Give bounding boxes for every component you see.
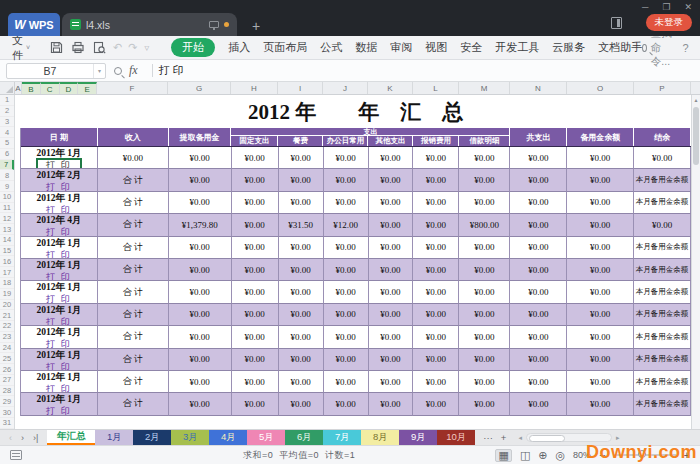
print-preview-button[interactable] bbox=[93, 41, 106, 55]
value-cell[interactable]: ¥0.00 bbox=[232, 214, 279, 236]
row-header-24[interactable]: 24 bbox=[0, 343, 14, 354]
ribbon-tab-页面布局[interactable]: 页面布局 bbox=[263, 40, 307, 55]
formula-input[interactable]: 打 印 bbox=[159, 63, 184, 78]
value-cell[interactable]: ¥0.00 bbox=[459, 281, 510, 303]
value-cell[interactable]: ¥0.00 bbox=[324, 371, 369, 393]
value-cell[interactable]: ¥0.00 bbox=[413, 393, 459, 415]
value-cell[interactable]: 本月备用金余额 bbox=[634, 192, 691, 214]
row-header-23[interactable]: 23 bbox=[0, 332, 14, 343]
row-header-29[interactable]: 29 bbox=[0, 396, 14, 407]
value-cell[interactable]: ¥0.00 bbox=[324, 169, 369, 191]
ribbon-tab-开发工具[interactable]: 开发工具 bbox=[495, 40, 539, 55]
row-header-26[interactable]: 26 bbox=[0, 364, 14, 375]
value-cell[interactable]: 合 计 bbox=[98, 326, 169, 348]
value-cell[interactable]: ¥800.00 bbox=[459, 214, 510, 236]
value-cell[interactable]: ¥0.00 bbox=[413, 259, 459, 281]
date-cell[interactable]: 2012年 1月打 印 bbox=[21, 259, 98, 281]
value-cell[interactable]: ¥0.00 bbox=[510, 169, 567, 191]
value-cell[interactable]: ¥0.00 bbox=[98, 147, 169, 169]
sheet-tab-8月[interactable]: 8月 bbox=[361, 430, 399, 445]
row-header-3[interactable]: 3 bbox=[0, 117, 14, 128]
insert-function-icon[interactable]: fx bbox=[129, 63, 138, 78]
value-cell[interactable]: ¥0.00 bbox=[169, 281, 232, 303]
row-header-18[interactable]: 18 bbox=[0, 278, 14, 289]
value-cell[interactable]: ¥0.00 bbox=[510, 326, 567, 348]
ribbon-tab-审阅[interactable]: 审阅 bbox=[390, 40, 412, 55]
name-box-chevron-icon[interactable]: ▾ bbox=[93, 64, 105, 78]
name-box[interactable]: B7 ▾ bbox=[6, 63, 106, 79]
sheet-tab-10月[interactable]: 10月 bbox=[437, 430, 475, 445]
value-cell[interactable]: 本月备用金余额 bbox=[634, 237, 691, 259]
value-cell[interactable]: ¥0.00 bbox=[369, 237, 414, 259]
file-menu-chevron-icon[interactable]: ˅ bbox=[26, 44, 30, 51]
print-link[interactable]: 打 印 bbox=[46, 182, 72, 191]
value-cell[interactable]: 本月备用金余额 bbox=[634, 169, 691, 191]
row-header-31[interactable]: 31 bbox=[0, 418, 14, 429]
value-cell[interactable]: ¥0.00 bbox=[567, 192, 634, 214]
value-cell[interactable]: ¥0.00 bbox=[324, 147, 369, 169]
value-cell[interactable]: ¥0.00 bbox=[279, 371, 324, 393]
value-cell[interactable]: ¥0.00 bbox=[369, 304, 414, 326]
row-header-17[interactable]: 17 bbox=[0, 267, 14, 278]
value-cell[interactable]: ¥0.00 bbox=[413, 349, 459, 371]
row-header-10[interactable]: 10 bbox=[0, 192, 14, 203]
date-cell[interactable]: 2012年 2月打 印 bbox=[21, 169, 98, 191]
column-header-G[interactable]: G bbox=[168, 82, 231, 94]
value-cell[interactable]: ¥0.00 bbox=[324, 192, 369, 214]
row-header-14[interactable]: 14 bbox=[0, 235, 14, 246]
value-cell[interactable]: ¥0.00 bbox=[413, 281, 459, 303]
row-header-8[interactable]: 8 bbox=[0, 170, 14, 181]
help-button[interactable]: ? bbox=[682, 42, 688, 54]
sheet-tab-7月[interactable]: 7月 bbox=[323, 430, 361, 445]
value-cell[interactable]: ¥0.00 bbox=[369, 169, 414, 191]
value-cell[interactable]: ¥0.00 bbox=[413, 371, 459, 393]
value-cell[interactable]: ¥0.00 bbox=[279, 281, 324, 303]
value-cell[interactable]: ¥0.00 bbox=[324, 281, 369, 303]
value-cell[interactable]: 本月备用金余额 bbox=[634, 259, 691, 281]
date-cell[interactable]: 2012年 1月打 印 bbox=[21, 349, 98, 371]
value-cell[interactable]: ¥0.00 bbox=[634, 147, 691, 169]
value-cell[interactable]: ¥0.00 bbox=[279, 237, 324, 259]
value-cell[interactable]: ¥0.00 bbox=[232, 147, 279, 169]
header-expense-col-2[interactable]: 餐费 bbox=[278, 136, 323, 146]
column-header-L[interactable]: L bbox=[413, 82, 459, 94]
value-cell[interactable]: ¥0.00 bbox=[369, 259, 414, 281]
value-cell[interactable]: ¥0.00 bbox=[510, 349, 567, 371]
vertical-scrollbar[interactable]: ▲ bbox=[691, 95, 700, 429]
value-cell[interactable]: ¥0.00 bbox=[510, 259, 567, 281]
value-cell[interactable]: ¥0.00 bbox=[413, 192, 459, 214]
value-cell[interactable]: ¥0.00 bbox=[324, 304, 369, 326]
value-cell[interactable]: ¥0.00 bbox=[232, 326, 279, 348]
column-header-C[interactable]: C bbox=[41, 82, 60, 94]
date-cell[interactable]: 2012年 1月打 印 bbox=[21, 326, 98, 348]
value-cell[interactable]: 本月备用金余额 bbox=[634, 371, 691, 393]
column-header-H[interactable]: H bbox=[231, 82, 278, 94]
value-cell[interactable]: ¥0.00 bbox=[279, 169, 324, 191]
print-link[interactable]: 打 印 bbox=[46, 384, 72, 393]
value-cell[interactable]: ¥0.00 bbox=[567, 349, 634, 371]
value-cell[interactable]: 合 计 bbox=[98, 371, 169, 393]
column-header-D[interactable]: D bbox=[60, 82, 79, 94]
date-cell[interactable]: 2012年 1月打 印 bbox=[21, 281, 98, 303]
value-cell[interactable]: 本月备用金余额 bbox=[634, 304, 691, 326]
value-cell[interactable]: ¥0.00 bbox=[232, 304, 279, 326]
value-cell[interactable]: ¥0.00 bbox=[567, 214, 634, 236]
row-header-28[interactable]: 28 bbox=[0, 386, 14, 397]
horizontal-scrollbar-thumb[interactable] bbox=[529, 435, 565, 442]
magnifier-icon[interactable] bbox=[114, 67, 122, 75]
value-cell[interactable]: ¥0.00 bbox=[510, 304, 567, 326]
value-cell[interactable]: ¥0.00 bbox=[413, 326, 459, 348]
column-header-A[interactable]: A bbox=[15, 82, 22, 94]
date-cell[interactable]: 2012年 1月打 印 bbox=[21, 147, 98, 169]
value-cell[interactable]: ¥0.00 bbox=[510, 214, 567, 236]
value-cell[interactable]: ¥0.00 bbox=[369, 192, 414, 214]
value-cell[interactable]: ¥0.00 bbox=[232, 192, 279, 214]
sheet-tab-9月[interactable]: 9月 bbox=[399, 430, 437, 445]
row-header-22[interactable]: 22 bbox=[0, 321, 14, 332]
column-header-B[interactable]: B bbox=[22, 82, 41, 94]
row-header-30[interactable]: 30 bbox=[0, 407, 14, 418]
file-menu[interactable]: 文件 bbox=[12, 33, 23, 63]
value-cell[interactable]: ¥0.00 bbox=[413, 214, 459, 236]
row-header-21[interactable]: 21 bbox=[0, 310, 14, 321]
ribbon-tab-文档助手[interactable]: 文档助手 bbox=[598, 40, 642, 55]
